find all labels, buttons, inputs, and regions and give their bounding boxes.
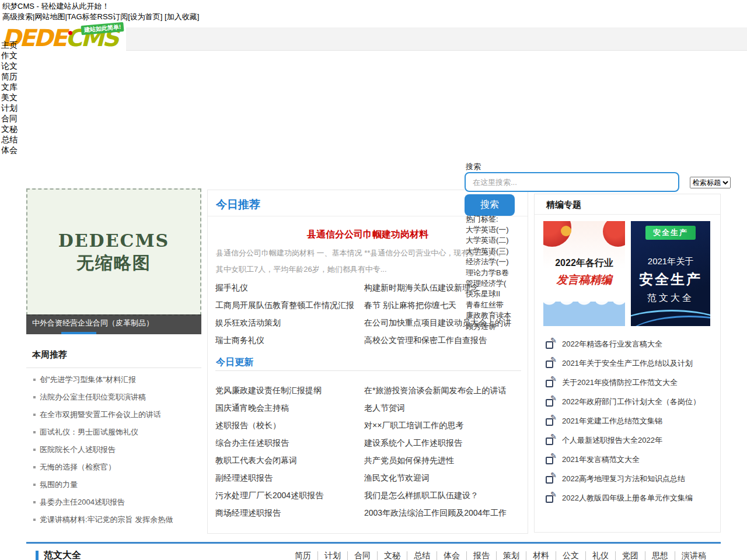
article-link[interactable]: 无悔的选择（检察官） (40, 462, 116, 473)
article-link[interactable]: 在*旅游投资洽谈会新闻发布会上的讲话 (364, 382, 526, 399)
category-link[interactable]: 简历 (288, 551, 317, 560)
search-button[interactable]: 搜索 (465, 194, 515, 216)
list-item[interactable]: ✎ 2022年政府部门工作计划大全（各岗位） (543, 392, 714, 411)
featured-slider[interactable]: DEDECMS 无缩略图 中外合资经营企业合同（皮革制品） (26, 188, 201, 334)
list-item[interactable]: ✎ 2022年精选各行业发言稿大全 (543, 334, 714, 354)
article-link[interactable]: 县委办主任2004述职报告 (40, 497, 125, 508)
category-link[interactable]: 材料 (526, 551, 556, 560)
article-link[interactable]: 老人节贺词 (364, 399, 526, 416)
hot-tag-link[interactable]: 快乐星球II (466, 289, 511, 299)
hot-tag-link[interactable]: 理论力学B卷 (466, 268, 511, 278)
list-item[interactable]: 无悔的选择（检察官） (26, 459, 201, 476)
article-link[interactable]: 共产党员如何保持先进性 (364, 452, 526, 469)
article-link[interactable]: 建设系统个人工作述职报告 (364, 434, 526, 452)
article-link[interactable]: 瑞士商务礼仪 (215, 331, 362, 349)
hot-tag-link[interactable]: 顾秀莲讲 (466, 321, 511, 332)
article-link[interactable]: 创"先进学习型集体"材料汇报 (40, 374, 136, 385)
list-item[interactable]: ✎ 2021年关于安全生产工作总结以及计划 (543, 354, 714, 373)
topic-link[interactable]: 个人最新述职报告大全2022年 (562, 435, 662, 446)
topic-link[interactable]: 2021年发言稿范文大全 (562, 454, 640, 465)
list-item[interactable]: ✎ 2022高考地理复习方法和知识点总结 (543, 469, 714, 488)
list-item[interactable]: 创"先进学习型集体"材料汇报 (26, 371, 201, 388)
category-link[interactable]: 党团 (615, 551, 645, 560)
category-link[interactable]: 思想 (645, 551, 675, 560)
nav-item[interactable]: 总结 (1, 134, 18, 145)
list-item[interactable]: 法院办公室主任职位竞职演讲稿 (26, 388, 201, 406)
promo-banner-safety[interactable]: 安全生产 2021年关于 安全生产 范文大全 (631, 221, 710, 326)
topic-link[interactable]: 2021年关于安全生产工作总结以及计划 (562, 358, 693, 369)
hot-tag-link[interactable]: 廉政教育读本 (466, 310, 511, 321)
article-link[interactable]: 述职报告（校长） (215, 416, 362, 434)
category-link[interactable]: 公文 (556, 551, 585, 560)
article-link[interactable]: 握手礼仪 (215, 279, 362, 296)
nav-item[interactable]: 作文 (1, 50, 18, 61)
hot-tag-link[interactable]: 管理经济学( (466, 278, 511, 289)
list-item[interactable]: 在全市双拥暨安置工作会议上的讲话 (26, 406, 201, 424)
article-link[interactable]: 高校公文管理和保密工作自查报告 (364, 331, 526, 349)
category-link[interactable]: 合同 (347, 551, 377, 560)
article-link[interactable]: 污水处理厂厂长2004述职报告 (215, 487, 362, 504)
topic-link[interactable]: 2022年精选各行业发言稿大全 (562, 339, 662, 349)
list-item[interactable]: ✎ 2021年发言稿范文大全 (543, 450, 714, 469)
list-item[interactable]: 氛围的力量 (26, 476, 201, 494)
article-link[interactable]: 综合办主任述职报告 (215, 434, 362, 452)
category-link[interactable]: 总结 (407, 551, 437, 560)
nav-item[interactable]: 简历 (1, 71, 18, 82)
list-item[interactable]: 面试礼仪：男士面试服饰礼仪 (26, 424, 201, 441)
article-link[interactable]: 党风廉政建设责任制汇报提纲 (215, 382, 362, 399)
article-link[interactable]: 面试礼仪：男士面试服饰礼仪 (40, 427, 138, 438)
list-item[interactable]: 县委办主任2004述职报告 (26, 494, 201, 511)
category-link[interactable]: 报告 (466, 551, 496, 560)
hot-tag-link[interactable]: 大学英语(二) (466, 235, 511, 246)
topic-link[interactable]: 2022年政府部门工作计划大全（各岗位） (562, 397, 700, 407)
hot-tag-link[interactable]: 大学英语(三) (466, 246, 511, 257)
article-link[interactable]: 渔民文化节欢迎词 (364, 469, 526, 487)
nav-item[interactable]: 文秘 (1, 124, 18, 134)
article-link[interactable]: 国庆通宵晚会主持稿 (215, 399, 362, 416)
article-link[interactable]: 商场经理述职报告 (215, 504, 362, 522)
list-item[interactable]: 医院院长个人述职报告 (26, 441, 201, 459)
slider-pagination[interactable] (61, 332, 96, 334)
list-item[interactable]: ✎ 关于2021年疫情防控工作范文大全 (543, 373, 714, 392)
article-link[interactable]: 在全市双拥暨安置工作会议上的讲话 (40, 410, 161, 420)
nav-item[interactable]: 主页 (1, 40, 18, 50)
article-link[interactable]: 对××厂职工培训工作的思考 (364, 416, 526, 434)
nav-item[interactable]: 合同 (1, 113, 18, 124)
hot-tag-link[interactable]: 大学英语(一) (466, 225, 511, 235)
nav-item[interactable]: 计划 (1, 103, 18, 113)
nav-item[interactable]: 论文 (1, 61, 18, 71)
topic-link[interactable]: 2022人教版四年级上册各单元作文集编 (562, 493, 693, 503)
search-scope-select[interactable]: 检索标题 (690, 177, 731, 188)
list-item[interactable]: ✎ 2021年党建工作总结范文集锦 (543, 411, 714, 430)
topic-link[interactable]: 2021年党建工作总结范文集锦 (562, 416, 662, 426)
topbar-links[interactable]: 高级搜索|网站地图|TAG标签RSS订阅[设为首页] [加入收藏] (2, 12, 199, 22)
category-link[interactable]: 策划 (496, 551, 526, 560)
article-link[interactable]: 副经理述职报告 (215, 469, 362, 487)
category-link[interactable]: 演讲稿 (675, 551, 713, 560)
category-link[interactable]: 礼仪 (585, 551, 615, 560)
search-input[interactable] (465, 172, 679, 192)
article-link[interactable]: 党课讲稿材料:牢记党的宗旨 发挥余热做 (40, 514, 173, 525)
article-link[interactable]: 我们是怎么样抓职工队伍建设？ (364, 487, 526, 504)
nav-item[interactable]: 体会 (1, 145, 18, 155)
article-link[interactable]: 氛围的力量 (40, 480, 78, 490)
list-item[interactable]: ✎ 个人最新述职报告大全2022年 (543, 430, 714, 450)
article-link[interactable]: 娱乐狂欢活动策划 (215, 314, 362, 331)
article-link[interactable]: 法院办公室主任职位竞职演讲稿 (40, 392, 146, 402)
article-link[interactable]: 工商局开展队伍教育整顿工作情况汇报 (215, 296, 362, 314)
list-item[interactable]: ✎ 2022人教版四年级上册各单元作文集编 (543, 488, 714, 508)
nav-item[interactable]: 美文 (1, 92, 18, 103)
hot-tag-link[interactable]: 青春红丝带 (466, 300, 511, 310)
hot-tag-link[interactable]: 经济法学(一) (466, 257, 511, 267)
nav-item[interactable]: 文库 (1, 82, 18, 92)
topic-link[interactable]: 关于2021年疫情防控工作范文大全 (562, 377, 678, 388)
promo-banner-speeches[interactable]: 2022年各行业 发言稿精编 (543, 221, 625, 326)
article-link[interactable]: 医院院长个人述职报告 (40, 444, 116, 455)
category-link[interactable]: 体会 (437, 551, 466, 560)
topic-link[interactable]: 2022高考地理复习方法和知识点总结 (562, 474, 685, 484)
list-item[interactable]: 党课讲稿材料:牢记党的宗旨 发挥余热做 (26, 511, 201, 528)
site-logo[interactable]: DEDECMS 建站如此简单! (0, 23, 126, 53)
article-link[interactable]: 2003年政法综治工作回顾及2004年工作 (364, 504, 526, 522)
article-link[interactable]: 教职工代表大会闭幕词 (215, 452, 362, 469)
category-link[interactable]: 文秘 (377, 551, 407, 560)
